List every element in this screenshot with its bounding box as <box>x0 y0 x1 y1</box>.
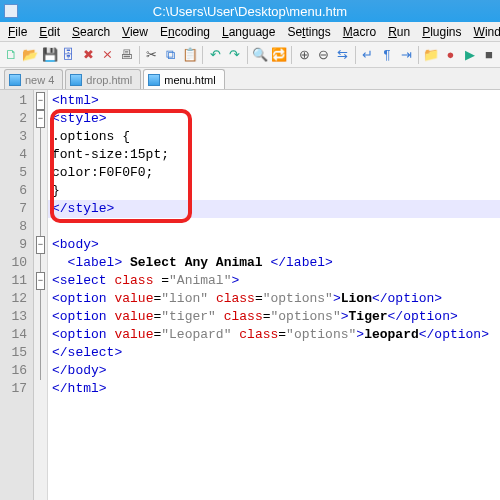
code-line[interactable]: </body> <box>52 362 496 380</box>
cut-icon[interactable]: ✂ <box>143 45 161 65</box>
zoom-out-icon[interactable]: ⊖ <box>314 45 332 65</box>
undo-icon[interactable]: ↶ <box>206 45 224 65</box>
folder-icon[interactable]: 📁 <box>422 45 440 65</box>
stop-icon[interactable]: ■ <box>480 45 498 65</box>
showall-icon[interactable]: ¶ <box>378 45 396 65</box>
code-line[interactable]: <label> Select Any Animal </label> <box>52 254 496 272</box>
fold-cell <box>34 326 47 344</box>
record-icon[interactable]: ● <box>441 45 459 65</box>
code-line[interactable]: color:F0F0F0; <box>52 164 496 182</box>
line-number: 5 <box>0 164 33 182</box>
tab-menu-html[interactable]: menu.html <box>143 69 224 89</box>
window-title: C:\Users\User\Desktop\menu.htm <box>153 4 347 19</box>
app-icon <box>4 4 18 18</box>
menu-macro[interactable]: Macro <box>337 23 382 41</box>
tab-label: menu.html <box>164 74 215 86</box>
code-line[interactable]: </select> <box>52 344 496 362</box>
toolbar-separator <box>418 46 419 64</box>
save-icon[interactable]: 💾 <box>40 45 58 65</box>
line-number: 16 <box>0 362 33 380</box>
code-line[interactable]: <style> <box>52 110 496 128</box>
fold-guide <box>40 290 41 308</box>
copy-icon[interactable]: ⧉ <box>162 45 180 65</box>
toolbar: 🗋📂💾🗄✖⨯🖶✂⧉📋↶↷🔍🔁⊕⊖⇆↵¶⇥📁●▶■ <box>0 42 500 68</box>
toolbar-separator <box>291 46 292 64</box>
toolbar-separator <box>202 46 203 64</box>
line-number: 17 <box>0 380 33 398</box>
fold-guide <box>40 254 41 272</box>
line-number: 3 <box>0 128 33 146</box>
fold-toggle-icon[interactable]: − <box>36 92 45 110</box>
menu-encoding[interactable]: Encoding <box>154 23 216 41</box>
file-icon <box>9 74 21 86</box>
code-line[interactable] <box>52 218 496 236</box>
new-file-icon[interactable]: 🗋 <box>2 45 20 65</box>
fold-cell[interactable]: − <box>34 110 47 128</box>
menu-view[interactable]: View <box>116 23 154 41</box>
line-number: 1 <box>0 92 33 110</box>
code-line[interactable]: <option value="Leopard" class="options">… <box>52 326 496 344</box>
code-area[interactable]: <html><style>.options {font-size:15pt;co… <box>48 90 500 500</box>
code-line[interactable]: <option value="tiger" class="options">Ti… <box>52 308 496 326</box>
tab-new-4[interactable]: new 4 <box>4 69 63 89</box>
fold-toggle-icon[interactable]: − <box>36 110 45 128</box>
menu-run[interactable]: Run <box>382 23 416 41</box>
code-line[interactable]: <html> <box>52 92 496 110</box>
fold-cell <box>34 308 47 326</box>
code-line[interactable]: } <box>52 182 496 200</box>
menu-window[interactable]: Window <box>468 23 500 41</box>
toolbar-separator <box>247 46 248 64</box>
fold-guide <box>40 146 41 164</box>
fold-guide <box>40 164 41 182</box>
fold-cell <box>34 290 47 308</box>
menu-search[interactable]: Search <box>66 23 116 41</box>
redo-icon[interactable]: ↷ <box>225 45 243 65</box>
code-line[interactable]: <option value="lion" class="options">Lio… <box>52 290 496 308</box>
sync-icon[interactable]: ⇆ <box>333 45 351 65</box>
menu-edit[interactable]: Edit <box>33 23 66 41</box>
indent-icon[interactable]: ⇥ <box>397 45 415 65</box>
fold-cell[interactable]: − <box>34 92 47 110</box>
wordwrap-icon[interactable]: ↵ <box>359 45 377 65</box>
menu-language[interactable]: Language <box>216 23 281 41</box>
tab-label: new 4 <box>25 74 54 86</box>
print-icon[interactable]: 🖶 <box>117 45 135 65</box>
open-file-icon[interactable]: 📂 <box>21 45 39 65</box>
close-icon[interactable]: ✖ <box>79 45 97 65</box>
tab-drop-html[interactable]: drop.html <box>65 69 141 89</box>
toolbar-separator <box>139 46 140 64</box>
line-number: 8 <box>0 218 33 236</box>
fold-cell <box>34 146 47 164</box>
fold-cell <box>34 380 47 398</box>
line-number: 4 <box>0 146 33 164</box>
fold-toggle-icon[interactable]: − <box>36 236 45 254</box>
code-line[interactable]: </html> <box>52 380 496 398</box>
menu-settings[interactable]: Settings <box>281 23 336 41</box>
find-icon[interactable]: 🔍 <box>251 45 269 65</box>
line-number: 6 <box>0 182 33 200</box>
fold-cell[interactable]: − <box>34 236 47 254</box>
code-line[interactable]: font-size:15pt; <box>52 146 496 164</box>
fold-toggle-icon[interactable]: − <box>36 272 45 290</box>
line-number: 15 <box>0 344 33 362</box>
zoom-in-icon[interactable]: ⊕ <box>295 45 313 65</box>
menu-plugins[interactable]: Plugins <box>416 23 467 41</box>
code-editor[interactable]: 1234567891011121314151617 −−−− <html><st… <box>0 90 500 500</box>
fold-guide <box>40 362 41 380</box>
save-all-icon[interactable]: 🗄 <box>60 45 78 65</box>
code-line[interactable]: <select class ="Animal"> <box>52 272 496 290</box>
code-line[interactable]: .options { <box>52 128 496 146</box>
fold-column[interactable]: −−−− <box>34 90 48 500</box>
menu-file[interactable]: File <box>2 23 33 41</box>
fold-guide <box>40 200 41 218</box>
fold-cell[interactable]: − <box>34 272 47 290</box>
code-line[interactable]: <body> <box>52 236 496 254</box>
replace-icon[interactable]: 🔁 <box>270 45 288 65</box>
paste-icon[interactable]: 📋 <box>181 45 199 65</box>
play-icon[interactable]: ▶ <box>461 45 479 65</box>
menu-bar: FileEditSearchViewEncodingLanguageSettin… <box>0 22 500 42</box>
line-number: 9 <box>0 236 33 254</box>
fold-guide <box>40 308 41 326</box>
line-number: 13 <box>0 308 33 326</box>
close-all-icon[interactable]: ⨯ <box>98 45 116 65</box>
